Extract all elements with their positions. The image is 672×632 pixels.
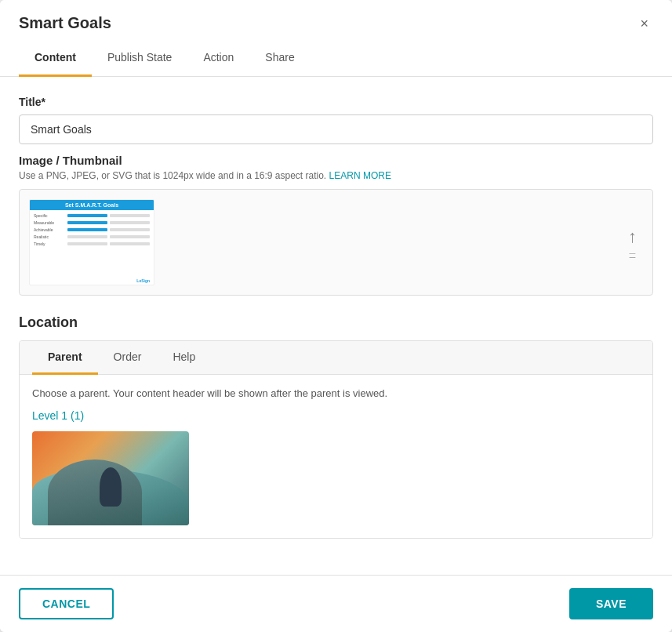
dialog-header: Smart Goals × [0,0,672,32]
tab-publish-state[interactable]: Publish State [92,40,188,77]
dialog-title: Smart Goals [19,14,111,32]
level-link[interactable]: Level 1 (1) [32,409,84,422]
thumb-row-specific: Specific [34,213,150,218]
dialog: Smart Goals × Content Publish State Acti… [0,0,672,632]
thumbnail-preview: Set S.M.A.R.T. Goals Specific Measurable [29,199,154,285]
thumb-header: Set S.M.A.R.T. Goals [30,200,154,210]
location-tab-order[interactable]: Order [98,341,158,375]
location-scroll: Choose a parent. Your content header wil… [32,387,640,525]
thumb-row-realistic: Realistic [34,234,150,239]
location-box: Parent Order Help Choose a parent. Your … [19,340,653,539]
dialog-body: Title* Image / Thumbnail Use a PNG, JPEG… [0,77,672,575]
tab-action[interactable]: Action [187,40,249,77]
learn-more-link[interactable]: LEARN MORE [329,170,391,181]
title-section: Title* [19,96,653,144]
dialog-footer: CANCEL SAVE [0,575,672,632]
thumb-row-timely: Timely [34,242,150,246]
tabs-bar: Content Publish State Action Share [0,40,672,77]
tab-content[interactable]: Content [19,40,92,77]
location-inner: Choose a parent. Your content header wil… [20,375,652,538]
thumb-row-measurable: Measurable [34,220,150,225]
location-desc: Choose a parent. Your content header wil… [32,387,640,399]
save-button[interactable]: SAVE [569,588,653,619]
cancel-button[interactable]: CANCEL [19,588,114,619]
image-section: Image / Thumbnail Use a PNG, JPEG, or SV… [19,154,653,296]
thumb-row-achievable: Achievable [34,227,150,232]
location-section: Location Parent Order Help [19,314,653,539]
close-button[interactable]: × [635,15,653,32]
thumb-body: Specific Measurable Achievable [30,210,154,277]
title-input[interactable] [19,114,653,144]
title-label: Title* [19,96,653,108]
image-upload-area[interactable]: Set S.M.A.R.T. Goals Specific Measurable [19,189,653,296]
image-section-title: Image / Thumbnail [19,154,653,167]
location-tab-help[interactable]: Help [157,341,211,375]
image-section-subtitle: Use a PNG, JPEG, or SVG that is 1024px w… [19,170,653,181]
upload-icon: ↑ [628,227,637,247]
location-tabs: Parent Order Help [20,341,652,375]
location-title: Location [19,314,653,331]
upload-button[interactable]: ↑ ─ [622,220,643,264]
thumb-logo: LeSign [136,278,150,283]
level-image [32,431,189,525]
location-tab-parent[interactable]: Parent [32,341,98,375]
tab-share[interactable]: Share [249,40,310,77]
